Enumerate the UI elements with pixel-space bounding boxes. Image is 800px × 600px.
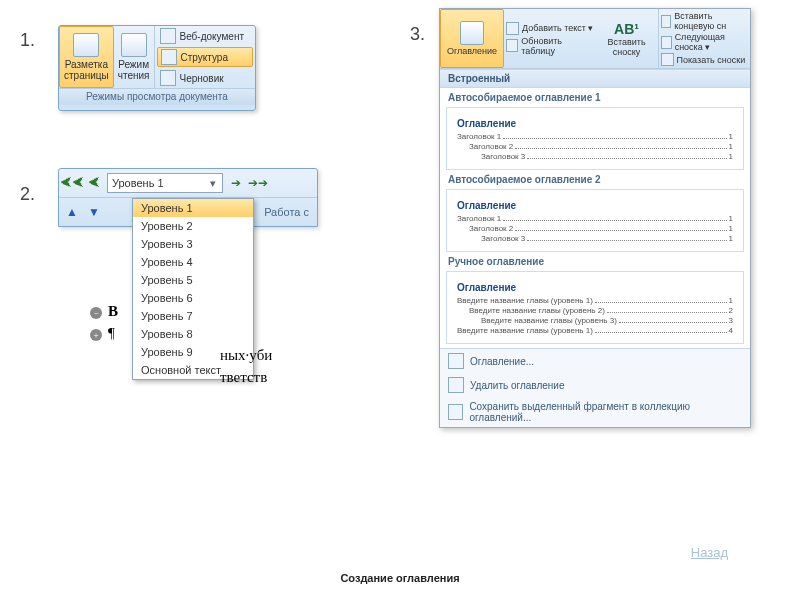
toc-line: Заголовок 31 [457, 151, 733, 161]
insert-footnote-button[interactable]: AB¹ Вставить сноску [596, 9, 659, 68]
toc-save-gallery-menu[interactable]: Сохранить выделенный фрагмент в коллекци… [440, 397, 750, 427]
step-number-3: 3. [410, 24, 425, 45]
level-option[interactable]: Уровень 2 [133, 217, 253, 235]
toc-line: Введите название главы (уровень 2)2 [457, 305, 733, 315]
view-reading-mode-label: Режим чтения [118, 59, 150, 81]
level-option[interactable]: Уровень 1 [133, 199, 253, 217]
references-ribbon: Оглавление Добавить текст ▾ Обновить таб… [440, 9, 750, 69]
move-up-icon[interactable]: ▲ [63, 203, 81, 221]
toc-line: Введите название главы (уровень 1)1 [457, 295, 733, 305]
view-outline-button[interactable]: Структура [157, 47, 254, 67]
toc-heading: Оглавление [457, 118, 733, 129]
demote-icon[interactable]: ➔ [227, 174, 245, 192]
update-table-button[interactable]: Обновить таблицу [506, 36, 594, 56]
toc-remove-menu[interactable]: Удалить оглавление [440, 373, 750, 397]
web-document-icon [160, 28, 176, 44]
toc-gallery-panel: Оглавление Добавить текст ▾ Обновить таб… [439, 8, 751, 428]
view-draft-button[interactable]: Черновик [157, 69, 254, 87]
ab-icon: AB¹ [614, 21, 639, 37]
toc-line: Заголовок 11 [457, 213, 733, 223]
level-option[interactable]: Уровень 3 [133, 235, 253, 253]
slide-title: Создание оглавления [0, 572, 800, 584]
toc-preview[interactable]: ОглавлениеЗаголовок 11Заголовок 21Заголо… [446, 107, 744, 170]
view-outline-label: Структура [181, 52, 228, 63]
step-number-1: 1. [20, 30, 35, 51]
promote-to-top-icon[interactable]: ⮜⮜ [63, 174, 81, 192]
outline-icon [161, 49, 177, 65]
toc-heading: Оглавление [457, 282, 733, 293]
page-layout-icon [73, 33, 99, 57]
document-fragment: −В +¶ ных·уби тветств [90, 300, 272, 388]
outline-level-combo[interactable]: Уровень 1 ▾ [107, 173, 223, 193]
view-page-layout-label: Разметка страницы [64, 59, 109, 81]
show-footnotes-button[interactable]: Показать сноски [661, 53, 749, 66]
endnote-icon [661, 15, 672, 28]
next-footnote-button[interactable]: Следующая сноска ▾ [661, 32, 749, 52]
back-link[interactable]: Назад [691, 545, 728, 560]
toc-menu-icon [448, 353, 464, 369]
level-option[interactable]: Уровень 4 [133, 253, 253, 271]
view-page-layout-button[interactable]: Разметка страницы [59, 26, 114, 88]
toc-line: Введите название главы (уровень 3)3 [457, 315, 733, 325]
toc-preview-title: Автособираемое оглавление 2 [448, 174, 742, 185]
insert-endnote-button[interactable]: Вставить концевую сн [661, 11, 749, 31]
outline-level-value: Уровень 1 [112, 177, 164, 189]
view-web-document-label: Веб-документ [180, 31, 245, 42]
view-draft-label: Черновик [180, 73, 224, 84]
view-reading-mode-button[interactable]: Режим чтения [114, 26, 155, 88]
work-with-label: Работа с [264, 206, 313, 218]
toc-line: Заголовок 21 [457, 223, 733, 233]
draft-icon [160, 70, 176, 86]
view-modes-caption[interactable]: Режимы просмотра документа [59, 88, 255, 105]
view-modes-panel: Разметка страницы Режим чтения Веб-докум… [58, 25, 256, 111]
next-footnote-icon [661, 36, 672, 49]
builtin-section-header: Встроенный [440, 69, 750, 88]
toc-line: Заголовок 11 [457, 131, 733, 141]
promote-icon[interactable]: ⮜ [85, 174, 103, 192]
toc-preview[interactable]: ОглавлениеЗаголовок 11Заголовок 21Заголо… [446, 189, 744, 252]
save-gallery-icon [448, 404, 463, 420]
toc-button[interactable]: Оглавление [440, 9, 504, 68]
toc-line: Введите название главы (уровень 1)4 [457, 325, 733, 335]
add-text-icon [506, 22, 519, 35]
level-option[interactable]: Уровень 5 [133, 271, 253, 289]
show-footnotes-icon [661, 53, 674, 66]
reading-mode-icon [121, 33, 147, 57]
demote-to-body-icon[interactable]: ➔➔ [249, 174, 267, 192]
toc-preview-title: Ручное оглавление [448, 256, 742, 267]
toc-custom-menu[interactable]: Оглавление... [440, 349, 750, 373]
remove-icon [448, 377, 464, 393]
toc-heading: Оглавление [457, 200, 733, 211]
move-down-icon[interactable]: ▼ [85, 203, 103, 221]
view-web-document-button[interactable]: Веб-документ [157, 27, 254, 45]
add-text-button[interactable]: Добавить текст ▾ [506, 22, 594, 35]
plus-circle-icon: + [90, 329, 102, 341]
toc-line: Заголовок 31 [457, 233, 733, 243]
step-number-2: 2. [20, 184, 35, 205]
toc-icon [460, 21, 484, 45]
minus-circle-icon: − [90, 307, 102, 319]
toc-preview[interactable]: ОглавлениеВведите название главы (уровен… [446, 271, 744, 344]
toc-line: Заголовок 21 [457, 141, 733, 151]
toc-preview-title: Автособираемое оглавление 1 [448, 92, 742, 103]
update-icon [506, 39, 518, 52]
chevron-down-icon: ▾ [206, 177, 220, 190]
